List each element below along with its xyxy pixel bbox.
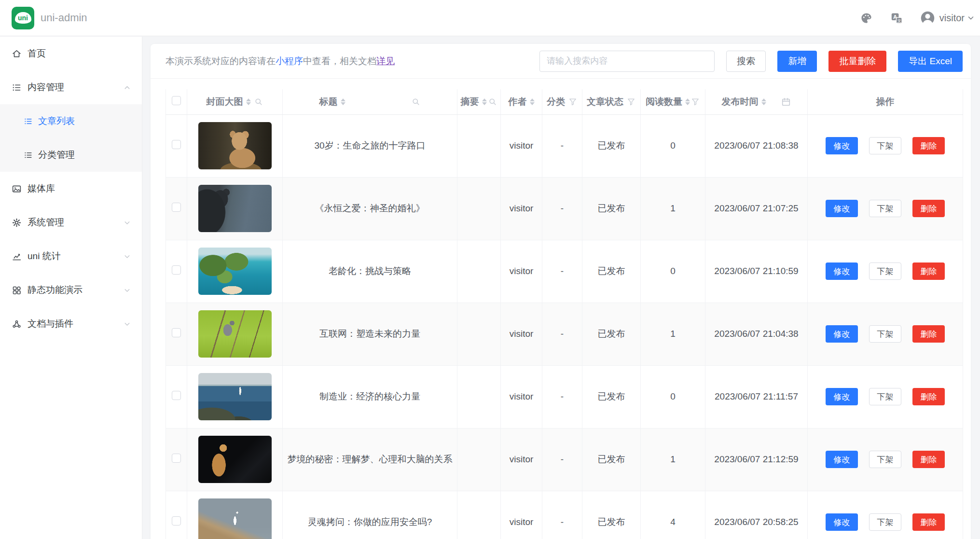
sidebar-item-category-mgmt[interactable]: 分类管理: [0, 138, 142, 172]
delete-button[interactable]: 删除: [912, 451, 945, 468]
sidebar-item-content-mgmt[interactable]: 内容管理: [0, 70, 142, 104]
edit-button[interactable]: 修改: [826, 325, 858, 343]
sidebar-item-media-library[interactable]: 媒体库: [0, 172, 142, 206]
docs-link[interactable]: 详见: [376, 56, 395, 66]
sidebar-item-label: 首页: [28, 47, 46, 60]
delete-button[interactable]: 删除: [912, 325, 945, 343]
cell-publish-time: 2023/06/07 21:07:25: [705, 177, 808, 240]
cell-publish-time: 2023/06/07 21:08:38: [705, 114, 808, 177]
add-button[interactable]: 新增: [777, 51, 817, 72]
take-down-button[interactable]: 下架: [869, 263, 901, 280]
sort-control[interactable]: [530, 98, 535, 105]
sort-control[interactable]: [341, 98, 345, 105]
row-checkbox[interactable]: [172, 391, 181, 400]
sidebar-item-label: 静态功能演示: [28, 284, 83, 296]
sidebar-item-article-list[interactable]: 文章列表: [0, 104, 142, 138]
cell-publish-time: 2023/06/07 21:11:57: [705, 365, 808, 428]
row-checkbox[interactable]: [172, 140, 181, 149]
sidebar-item-home[interactable]: 首页: [0, 37, 142, 70]
delete-button[interactable]: 删除: [912, 200, 945, 217]
filter-icon[interactable]: [690, 97, 700, 107]
select-all-checkbox[interactable]: [172, 96, 181, 105]
table-row: 30岁：生命之旅的十字路口 visitor - 已发布 0 2023/06/07…: [166, 114, 963, 177]
batch-delete-button[interactable]: 批量删除: [828, 51, 886, 72]
search-icon[interactable]: [411, 97, 421, 107]
cell-status: 已发布: [582, 177, 641, 240]
sort-control[interactable]: [685, 98, 690, 105]
header-status: 文章状态: [582, 89, 641, 114]
cell-title: 老龄化：挑战与策略: [283, 240, 457, 303]
cell-category: -: [542, 303, 582, 365]
cell-reads: 4: [641, 491, 705, 539]
user-menu[interactable]: visitor: [939, 13, 965, 24]
sidebar-item-uni-stats[interactable]: uni 统计: [0, 239, 142, 273]
sort-control[interactable]: [761, 98, 766, 105]
sidebar-item-static-demos[interactable]: 静态功能演示: [0, 273, 142, 307]
delete-button[interactable]: 删除: [912, 137, 945, 154]
cell-category: -: [542, 114, 582, 177]
sort-control[interactable]: [246, 98, 251, 105]
edit-button[interactable]: 修改: [826, 200, 858, 217]
search-button[interactable]: 搜索: [726, 51, 766, 72]
cover-image: [198, 248, 272, 295]
palette-icon[interactable]: [860, 12, 873, 25]
cell-excerpt: [457, 240, 501, 303]
delete-button[interactable]: 删除: [912, 263, 945, 280]
cell-actions: 修改 下架 删除: [808, 428, 963, 491]
chevron-down-icon[interactable]: [966, 14, 975, 22]
sidebar-item-system-mgmt[interactable]: 系统管理: [0, 206, 142, 239]
sidebar-item-label: 分类管理: [38, 149, 75, 161]
cover-image: [198, 185, 272, 232]
take-down-button[interactable]: 下架: [869, 325, 901, 343]
row-checkbox[interactable]: [172, 265, 181, 275]
table-row: 互联网：塑造未来的力量 visitor - 已发布 1 2023/06/07 2…: [166, 303, 963, 365]
delete-button[interactable]: 删除: [912, 513, 945, 531]
cell-author: visitor: [501, 428, 542, 491]
export-excel-button[interactable]: 导出 Excel: [898, 51, 963, 72]
article-author: visitor: [510, 203, 534, 213]
header-select-all: [166, 89, 187, 114]
svg-text:文: 文: [897, 18, 901, 23]
calendar-icon[interactable]: [781, 97, 791, 107]
cell-title: 制造业：经济的核心力量: [283, 365, 457, 428]
column-label: 摘要: [461, 96, 479, 108]
filter-icon[interactable]: [568, 97, 578, 107]
edit-button[interactable]: 修改: [826, 451, 858, 468]
sidebar-item-label: 内容管理: [28, 81, 64, 94]
cell-author: visitor: [501, 365, 542, 428]
cell-reads: 0: [641, 114, 705, 177]
read-count: 1: [670, 329, 676, 339]
edit-button[interactable]: 修改: [826, 137, 858, 154]
edit-button[interactable]: 修改: [826, 513, 858, 531]
translate-icon[interactable]: A 文: [890, 12, 903, 25]
sidebar: 首页 内容管理 文章列表: [0, 37, 142, 539]
edit-button[interactable]: 修改: [826, 263, 858, 280]
take-down-button[interactable]: 下架: [869, 388, 901, 405]
media-icon: [12, 184, 22, 194]
take-down-button[interactable]: 下架: [869, 137, 901, 154]
search-input[interactable]: [539, 51, 715, 72]
delete-button[interactable]: 删除: [912, 388, 945, 405]
row-checkbox[interactable]: [172, 203, 181, 212]
edit-button[interactable]: 修改: [826, 388, 858, 405]
search-icon[interactable]: [254, 97, 263, 107]
avatar-icon[interactable]: [920, 10, 936, 26]
take-down-button[interactable]: 下架: [869, 513, 901, 531]
filter-icon[interactable]: [626, 97, 636, 107]
cell-publish-time: 2023/06/07 21:04:38: [705, 303, 808, 365]
mini-program-link[interactable]: 小程序: [276, 56, 303, 66]
header-actions: 操作: [808, 89, 963, 114]
cell-reads: 1: [641, 303, 705, 365]
take-down-button[interactable]: 下架: [869, 451, 901, 468]
article-category: -: [561, 391, 564, 401]
take-down-button[interactable]: 下架: [869, 200, 901, 217]
status-badge: 已发布: [598, 203, 625, 213]
sort-control[interactable]: [482, 98, 487, 105]
row-checkbox[interactable]: [172, 328, 181, 337]
row-checkbox[interactable]: [172, 454, 181, 463]
sidebar-item-docs-plugins[interactable]: 文档与插件: [0, 307, 142, 341]
search-icon[interactable]: [488, 97, 497, 107]
row-checkbox[interactable]: [172, 516, 181, 525]
read-count: 0: [670, 266, 676, 276]
content-card: 本演示系统对应的内容请在小程序中查看，相关文档详见 搜索 新增 批量删除 导出 …: [151, 44, 971, 539]
